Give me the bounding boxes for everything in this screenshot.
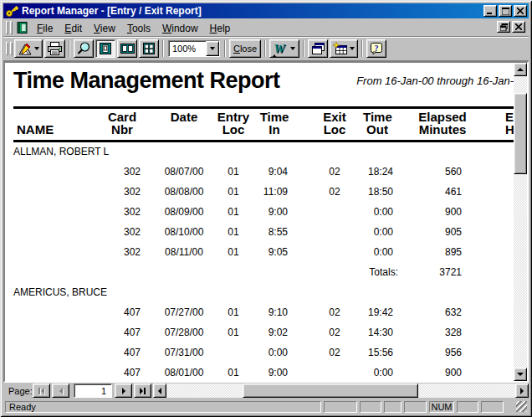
report-cell: 08/11/00 <box>146 242 212 262</box>
report-cell: 0:00 <box>363 242 408 262</box>
next-page-button[interactable] <box>115 384 132 398</box>
report-row: 40707/27/00019:100219:42632 <box>13 302 514 322</box>
four-page-icon <box>142 42 156 55</box>
scroll-down-button[interactable] <box>514 368 527 381</box>
titlebar[interactable]: Report Manager - [Entry / Exit Report] <box>3 3 529 18</box>
report-cell: 302 <box>99 162 146 182</box>
menu-edit[interactable]: Edit <box>59 21 88 36</box>
report-cell: 302 <box>99 202 146 222</box>
menu-view[interactable]: View <box>88 21 121 36</box>
zoom-button[interactable] <box>74 39 94 58</box>
word-export-caret <box>290 47 295 50</box>
report-cell: 407 <box>99 342 146 363</box>
toolbar-grip[interactable] <box>6 42 8 55</box>
print-button[interactable] <box>44 39 65 58</box>
arrow-left-icon <box>158 388 161 394</box>
design-dropdown-caret <box>34 47 39 50</box>
horizontal-scroll-thumb[interactable] <box>243 384 418 398</box>
report-cell: 11:09 <box>254 182 294 202</box>
pagebar: Page: <box>3 383 529 399</box>
page-number-input[interactable] <box>74 384 112 398</box>
close-icon <box>517 8 524 14</box>
design-report-button[interactable] <box>14 39 43 58</box>
zoom-combo-arrow[interactable] <box>206 41 219 56</box>
report-cell <box>254 262 294 282</box>
report-cell: 0:00 <box>363 363 408 382</box>
report-cell: 9:10 <box>254 302 294 322</box>
report-cell <box>485 182 514 202</box>
mdi-close-button[interactable] <box>512 21 525 33</box>
help-button[interactable]: ? <box>366 39 386 58</box>
scroll-up-button[interactable] <box>514 63 527 76</box>
report-cell <box>485 363 514 382</box>
menu-file[interactable]: File <box>31 21 59 36</box>
report-row: 30208/08/000111:090218:50461 <box>13 182 514 202</box>
report-cell <box>294 222 363 242</box>
menu-help[interactable]: Help <box>204 21 237 36</box>
column-header: NAME <box>13 108 99 142</box>
vertical-scroll-thumb[interactable] <box>514 93 527 174</box>
zoom-level-combobox[interactable]: 100% <box>168 40 220 57</box>
report-table: NAMECardNbrDate EntryLocTimeInExitLocTim… <box>13 106 514 381</box>
menubar-grip[interactable] <box>6 21 8 34</box>
horizontal-scrollbar[interactable] <box>153 384 529 398</box>
last-page-icon <box>140 388 143 394</box>
report-cell: 0:00 <box>363 202 408 222</box>
mdi-close-icon <box>515 23 522 30</box>
menu-window[interactable]: Window <box>156 21 204 36</box>
svg-text:?: ? <box>375 44 379 53</box>
report-header-row: NAMECardNbrDate EntryLocTimeInExitLocTim… <box>13 108 514 142</box>
toolbar-grip2[interactable] <box>10 42 13 55</box>
prev-page-button[interactable] <box>52 384 69 398</box>
arrow-right-icon <box>520 388 524 394</box>
key-icon <box>5 4 18 18</box>
toolbar-separator <box>162 40 164 57</box>
report-cell: 01 <box>212 363 254 382</box>
mdi-restore-button[interactable] <box>497 21 510 33</box>
report-cell: 01 <box>212 302 254 322</box>
scroll-right-button[interactable] <box>515 384 529 398</box>
toolbar-separator <box>69 40 70 57</box>
report-cell: 302 <box>99 182 146 202</box>
copy-report-button[interactable] <box>308 39 328 58</box>
close-button[interactable] <box>514 5 527 17</box>
last-page-button[interactable] <box>134 384 151 398</box>
first-page-button[interactable] <box>33 384 50 398</box>
report-cell: 895 <box>408 242 485 262</box>
report-cell: 02 <box>294 182 363 202</box>
column-header: ElapsedMinutes <box>408 108 485 142</box>
scroll-left-button[interactable] <box>153 384 166 398</box>
minimize-button[interactable] <box>483 5 497 17</box>
resize-grip[interactable] <box>516 401 527 412</box>
report-cell <box>485 322 514 342</box>
report-cell <box>13 322 99 342</box>
report-cell: 0:00 <box>254 342 294 363</box>
vertical-scrollbar[interactable] <box>514 63 527 381</box>
arrow-up-icon <box>517 68 524 71</box>
help-icon: ? <box>370 42 383 55</box>
report-cell: 0:00 <box>363 222 408 242</box>
design-icon <box>18 42 33 56</box>
new-report-caret <box>350 47 355 50</box>
close-report-button[interactable]: Close <box>229 39 261 58</box>
new-report-button[interactable] <box>330 39 358 58</box>
magnifier-icon <box>77 42 90 55</box>
four-page-view-button[interactable] <box>139 39 159 58</box>
report-cell <box>294 262 363 282</box>
word-export-button[interactable]: W <box>269 39 299 58</box>
group-name: AMERICUS, BRUCE <box>13 282 514 302</box>
report-cell <box>13 222 99 242</box>
one-page-view-button[interactable] <box>95 39 115 58</box>
report-cell: 9:05 <box>254 242 294 262</box>
menu-tools[interactable]: Tools <box>121 21 156 36</box>
maximize-button[interactable] <box>499 5 512 17</box>
report-cell: 01 <box>212 162 254 182</box>
menubar-grip2[interactable] <box>10 21 13 34</box>
two-page-view-button[interactable] <box>117 39 137 58</box>
report-cell: 15:56 <box>363 342 408 363</box>
report-cell <box>485 222 514 242</box>
report-cell: 956 <box>408 342 485 363</box>
status-panel <box>481 401 504 413</box>
toolbar-separator <box>303 40 304 57</box>
report-cell <box>485 242 514 262</box>
